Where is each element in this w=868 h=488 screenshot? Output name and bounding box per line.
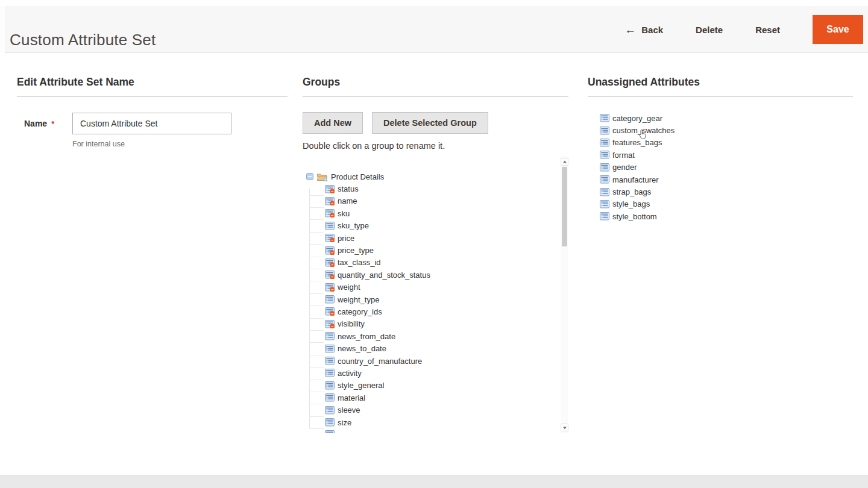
tree-item-sleeve[interactable]: sleeve [303, 404, 560, 416]
tree-item-size[interactable]: size [303, 416, 560, 428]
add-new-group-button[interactable]: Add New [303, 112, 363, 134]
back-button[interactable]: ← Back [624, 24, 663, 36]
group-buttons-row: Add New Delete Selected Group [303, 112, 568, 134]
tree-item-weight_type[interactable]: weight_type [303, 293, 560, 305]
unassigned-attribute-manufacturer[interactable]: manufacturer [600, 174, 853, 186]
section-heading-groups: Groups [303, 76, 568, 89]
unassigned-attribute-format[interactable]: format [600, 149, 853, 161]
attribute-icon [600, 163, 609, 172]
tree-item-visibility[interactable]: visibility [303, 318, 560, 330]
tree-item-label: sleeve [338, 405, 360, 414]
back-arrow-icon: ← [624, 24, 636, 36]
tree-item-label: sku [338, 209, 350, 218]
name-hint-text: For internal use [72, 140, 288, 148]
unassigned-attribute-style_bags[interactable]: style_bags [600, 198, 853, 210]
tree-item-country_of_manufacture[interactable]: country_of_manufacture [303, 355, 560, 367]
attribute-system-icon [325, 185, 335, 193]
attribute-system-icon [325, 271, 335, 279]
delete-button[interactable]: Delete [696, 25, 723, 35]
attribute-icon [600, 175, 609, 184]
required-asterisk: * [51, 119, 54, 128]
attribute-set-name-input[interactable] [72, 113, 231, 134]
tree-item-status[interactable]: status [303, 183, 560, 195]
tree-item-label: activity [338, 369, 362, 378]
tree-scrollbar[interactable] [561, 156, 568, 433]
section-heading-unassigned: Unassigned Attributes [588, 76, 853, 89]
tree-item-price[interactable]: price [303, 232, 560, 244]
tree-item-label: style_general [338, 381, 384, 390]
section-divider [303, 96, 568, 97]
scroll-down-button[interactable] [561, 424, 568, 431]
tree-item-tax_class_id[interactable]: tax_class_id [303, 257, 560, 269]
tree-item-label: visibility [338, 319, 365, 328]
attribute-icon [325, 381, 335, 390]
attribute-system-icon [325, 209, 335, 217]
unassigned-attribute-label: format [612, 151, 635, 160]
unassigned-attribute-features_bags[interactable]: features_bags [600, 137, 853, 149]
tree-item-label: quantity_and_stock_status [338, 271, 430, 280]
tree-item[interactable] [303, 428, 560, 433]
tree-item-label: weight [338, 283, 360, 292]
groups-section: Groups Add New Delete Selected Group Dou… [303, 76, 568, 433]
attribute-icon [600, 151, 609, 159]
groups-tree-panel: Product Details status name sku [303, 156, 568, 433]
edit-attribute-set-name-section: Edit Attribute Set Name Name* For intern… [17, 76, 288, 148]
tree-item-label: sku_type [338, 221, 369, 230]
tree-item-material[interactable]: material [303, 392, 560, 404]
tree-item-quantity_and_stock_status[interactable]: quantity_and_stock_status [303, 269, 560, 281]
attribute-icon [600, 188, 609, 196]
attribute-icon [325, 430, 335, 433]
back-button-label: Back [641, 25, 663, 35]
attribute-system-icon [325, 197, 335, 205]
attribute-icon [325, 345, 335, 353]
unassigned-attribute-custom_swatches[interactable]: custom_swatches [600, 124, 853, 136]
unassigned-attribute-strap_bags[interactable]: strap_bags [600, 186, 853, 198]
tree-item-news_from_date[interactable]: news_from_date [303, 330, 560, 342]
reset-button[interactable]: Reset [755, 25, 780, 35]
unassigned-attribute-style_bottom[interactable]: style_bottom [600, 210, 853, 222]
left-margin-strip [0, 6, 5, 53]
unassigned-attribute-label: style_bottom [612, 212, 657, 221]
unassigned-attribute-label: features_bags [612, 138, 662, 147]
header-actions: ← Back Delete Reset Save [624, 6, 863, 53]
attribute-system-icon [325, 307, 335, 316]
attribute-icon [600, 200, 609, 208]
tree-item-news_to_date[interactable]: news_to_date [303, 342, 560, 354]
save-button[interactable]: Save [813, 15, 863, 44]
group-rename-hint: Double click on a group to rename it. [303, 141, 568, 151]
tree-item-name[interactable]: name [303, 195, 560, 207]
section-heading-edit-name: Edit Attribute Set Name [17, 76, 288, 89]
name-form-row: Name* [17, 113, 288, 134]
tree-item-label: status [338, 184, 359, 193]
tree-root-product-details[interactable]: Product Details [303, 170, 560, 183]
tree-item-label: news_from_date [338, 332, 395, 341]
tree-item-style_general[interactable]: style_general [303, 380, 560, 392]
tree-item-price_type[interactable]: price_type [303, 244, 560, 256]
unassigned-attributes-section: Unassigned Attributes category_gear cust… [588, 76, 853, 223]
unassigned-attribute-gender[interactable]: gender [600, 161, 853, 174]
delete-selected-group-button[interactable]: Delete Selected Group [372, 112, 488, 134]
attribute-icon [600, 212, 609, 221]
unassigned-attribute-category_gear[interactable]: category_gear [600, 112, 853, 124]
scrollbar-thumb[interactable] [562, 167, 567, 246]
tree-item-sku[interactable]: sku [303, 207, 560, 219]
scroll-up-icon [563, 160, 567, 163]
page-title: Custom Attribute Set [10, 30, 156, 49]
tree-root-label: Product Details [331, 172, 384, 181]
scroll-up-button[interactable] [561, 158, 568, 166]
tree-item-sku_type[interactable]: sku_type [303, 220, 560, 232]
unassigned-attribute-label: category_gear [612, 114, 662, 123]
attribute-icon [325, 332, 335, 340]
attribute-icon [325, 295, 335, 304]
attribute-icon [325, 406, 335, 414]
section-divider [588, 96, 853, 97]
section-divider [17, 96, 288, 97]
attribute-icon [325, 418, 335, 427]
name-label: Name* [17, 119, 72, 128]
attribute-system-icon [325, 234, 335, 242]
tree-item-activity[interactable]: activity [303, 367, 560, 379]
tree-item-weight[interactable]: weight [303, 281, 560, 293]
folder-icon [316, 172, 328, 181]
tree-item-category_ids[interactable]: category_ids [303, 305, 560, 318]
tree-item-label: size [338, 418, 351, 427]
